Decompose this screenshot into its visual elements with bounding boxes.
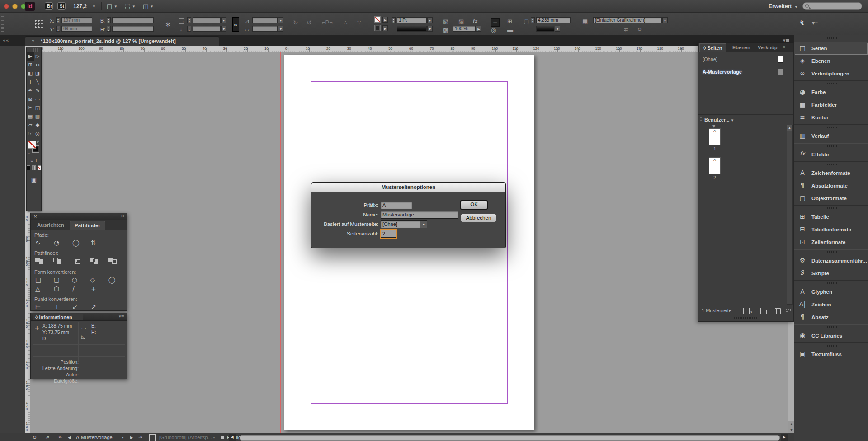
preflight-doc-icon[interactable] — [149, 434, 156, 441]
y-field[interactable]: 69 mm — [61, 26, 92, 32]
width-stepper[interactable]: ▲▼ — [107, 17, 111, 23]
convert-orthogonal-line-icon[interactable]: + — [91, 286, 109, 292]
next-page-icon[interactable]: ▶ — [130, 436, 133, 440]
dock-item-textumfluss[interactable]: ▣Textumfluss — [794, 348, 868, 361]
workspace-switcher[interactable]: Erweitert — [769, 3, 792, 9]
scroll-up-arrow[interactable]: ▲ — [788, 421, 794, 427]
default-fill-stroke-icon[interactable]: ▪▫ — [28, 151, 30, 155]
dock-item-farbfelder[interactable]: ▦Farbfelder — [794, 99, 868, 112]
hscroll-left-arrow[interactable]: ◀ — [229, 434, 236, 441]
dock-item-ebenen[interactable]: ◈Ebenen — [794, 55, 868, 68]
close-window-button[interactable] — [4, 4, 9, 9]
convert-ellipse-icon[interactable]: ○ — [72, 277, 90, 283]
scale-y-stepper[interactable]: ▲▼ — [187, 26, 191, 32]
panel-scroll-up-icon[interactable]: ▲ — [787, 125, 792, 131]
reference-point-proxy[interactable] — [34, 19, 43, 28]
convert-polygon-icon[interactable]: ⬡ — [54, 286, 72, 292]
break-link-style-icon[interactable]: ⇄ — [624, 27, 628, 33]
opacity-field[interactable]: 100 % — [453, 26, 476, 32]
dock-item-verlauf[interactable]: ▥Verlauf — [794, 130, 868, 143]
type-tool[interactable]: T — [27, 78, 34, 86]
convert-triangle-icon[interactable]: △ — [35, 286, 54, 292]
object-style-dropdown[interactable]: ▼ — [662, 17, 668, 23]
previous-page-icon[interactable]: ◀ — [68, 436, 71, 440]
sync-icon[interactable]: ↻ — [33, 435, 37, 441]
horizontal-scrollbar[interactable] — [240, 435, 780, 441]
wrap-jump-icon[interactable]: ▬ — [507, 27, 513, 33]
panel-scrollbar[interactable]: ▲ — [787, 125, 793, 305]
panel-overflow-icon[interactable]: » — [783, 45, 786, 49]
workspace-dropdown-arrow[interactable]: ▼ — [794, 5, 798, 9]
drop-shadow-icon[interactable]: ▨ — [458, 18, 464, 25]
dock-item-zellenformate[interactable]: ⊡Zellenformate — [794, 236, 868, 249]
dock-item-cc-libraries[interactable]: ◉CC Libraries — [794, 330, 868, 342]
dock-item-datenzusammenf-hr[interactable]: ⚙Datenzusammenführ... — [794, 255, 868, 267]
resize-grip-icon[interactable] — [786, 309, 791, 313]
master-row-none[interactable]: [Ohne] — [698, 55, 793, 63]
dock-item-glyphen[interactable]: AGlyphen — [794, 286, 868, 299]
height-field[interactable] — [112, 26, 154, 32]
dock-item-tabellenformate[interactable]: ⊟Tabellenformate — [794, 224, 868, 236]
dock-separator[interactable] — [794, 161, 868, 167]
stroke-color-dropdown[interactable]: ▶ — [382, 17, 388, 23]
info-panel-tab[interactable]: ◊ Informationen — [33, 314, 83, 320]
plain-point-icon[interactable]: ⊢ — [35, 304, 54, 310]
dock-item-verkn-pfungen[interactable]: ∞Verknüpfungen — [794, 68, 868, 80]
smooth-point-icon[interactable]: ↙ — [72, 304, 91, 310]
convert-rounded-rect-icon[interactable]: ▢ — [53, 277, 71, 283]
screen-mode-arrow[interactable]: ▼ — [132, 5, 136, 9]
master-row-mustervorlage[interactable]: A-Mustervorlage — [698, 68, 793, 76]
formatting-affects-text-icon[interactable]: T — [35, 159, 38, 163]
view-options-icon[interactable]: ▤ — [107, 3, 112, 9]
gradient-swatch-tool[interactable]: ▤ — [27, 112, 34, 121]
gradient-feather-tool[interactable]: ▥ — [34, 112, 41, 121]
x-field[interactable]: 197 mm — [61, 17, 92, 23]
scroll-down-arrow[interactable]: ▼ — [788, 427, 794, 433]
dock-separator[interactable] — [794, 342, 868, 348]
opacity-dropdown[interactable]: ▶ — [476, 26, 481, 32]
stroke-color-swatch[interactable] — [374, 16, 381, 23]
scale-x-field[interactable] — [193, 17, 221, 23]
convert-rectangle-icon[interactable]: □ — [35, 277, 53, 283]
fill-swatch-none[interactable] — [28, 141, 36, 149]
width-field[interactable] — [112, 17, 154, 23]
hand-tool[interactable]: ☞ — [27, 129, 34, 138]
share-icon[interactable]: ⇗ — [45, 435, 49, 441]
screen-mode-normal-icon[interactable]: ▣ — [31, 177, 37, 183]
zoom-dropdown-arrow[interactable]: ▼ — [92, 5, 96, 9]
info-panel-menu-icon[interactable]: ▾≡ — [119, 314, 124, 319]
free-transform-tool[interactable]: ◱ — [34, 103, 41, 112]
constrain-scale-link-icon[interactable]: ∞ — [232, 17, 239, 32]
x-stepper[interactable]: ▲▼ — [56, 17, 60, 23]
panel-grip[interactable] — [1, 16, 4, 32]
delete-page-icon[interactable] — [775, 308, 781, 314]
effects-fx-icon[interactable]: fx — [473, 18, 478, 24]
corner-point-icon[interactable]: ⊤ — [54, 304, 72, 310]
eyedropper-tool[interactable]: ◆ — [34, 121, 41, 129]
dock-item-effekte[interactable]: fxEffekte — [794, 149, 868, 161]
selection-tool[interactable]: ▶ — [27, 52, 34, 61]
shear-angle-dropdown[interactable]: ▼ — [278, 26, 283, 32]
document-tab[interactable]: × *120x180mm_portrait_2s.indd @ 127 % [U… — [25, 36, 219, 46]
constrain-dimensions-icon[interactable]: ∗ — [165, 20, 171, 28]
page-thumbnail[interactable]: A — [709, 157, 721, 174]
stroke-weight-field[interactable]: 1 Pt — [397, 17, 427, 23]
scale-y-field[interactable] — [193, 26, 221, 32]
fill-stroke-widget[interactable]: ⇄ ▪▫ — [27, 140, 41, 156]
name-input[interactable]: Mustervorlage — [381, 211, 458, 219]
horizontal-ruler[interactable]: 1201101009080706050403020100102030405060… — [25, 46, 794, 52]
story-direction-icon[interactable]: ⌐P¬ — [322, 19, 333, 26]
height-stepper[interactable]: ▲▼ — [107, 26, 111, 32]
join-path-icon[interactable]: ∿ — [35, 239, 54, 246]
pathfinder-exclude-icon[interactable] — [90, 258, 108, 265]
quick-apply-icon[interactable]: ↯ — [799, 19, 805, 27]
tab-pathfinder[interactable]: Pathfinder — [70, 221, 105, 230]
rotate-cw-icon[interactable]: ↻ — [293, 19, 298, 26]
close-panel-icon[interactable]: × — [33, 214, 37, 219]
dock-separator[interactable] — [794, 324, 868, 330]
edit-page-size-arrow[interactable]: ▼ — [750, 311, 753, 314]
dock-item-absatzformate[interactable]: ¶Absatzformate — [794, 180, 868, 192]
formatting-affects-container-icon[interactable]: ▫ — [30, 159, 33, 163]
corner-radius-field[interactable]: 4,233 mm — [536, 17, 571, 23]
text-wrap-none-icon[interactable]: ≣ — [491, 18, 500, 27]
